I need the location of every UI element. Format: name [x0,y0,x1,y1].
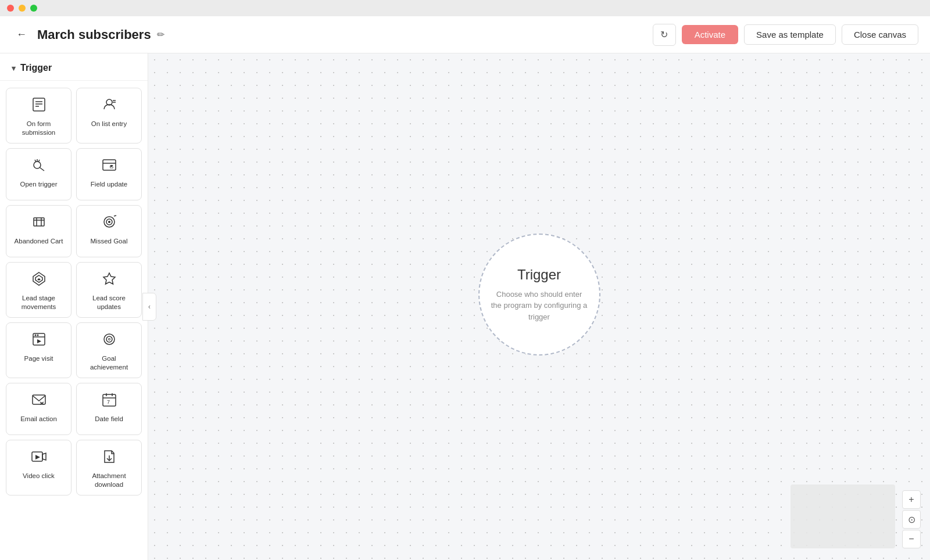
trigger-label-page-visit: Page visit [24,354,53,363]
svg-rect-32 [33,395,45,404]
trigger-label-missed-goal: Missed Goal [91,237,128,246]
missed-goal-icon [101,214,117,232]
trigger-label-on-form-submission: On form submission [12,120,65,137]
svg-marker-22 [37,278,41,281]
page-title: March subscribers [37,27,151,42]
trigger-label-goal-achievement: Goal achievement [83,354,135,372]
zoom-out-button[interactable]: − [902,530,921,548]
trigger-item-date-field[interactable]: 7 Date field [76,383,142,435]
svg-line-8 [40,167,44,171]
trigger-circle[interactable]: Trigger Choose who should enter the prog… [478,234,600,356]
trigger-item-goal-achievement[interactable]: Goal achievement [76,322,142,378]
trigger-item-field-update[interactable]: Field update [76,148,142,200]
svg-point-25 [34,334,36,336]
cart-icon [31,214,47,232]
trigger-label-date-field: Date field [95,415,123,423]
trigger-circle-container: Trigger Choose who should enter the prog… [478,234,600,356]
trigger-item-on-list-entry[interactable]: On list entry [76,88,142,143]
zoom-controls: + ⊙ − [902,490,921,548]
edit-title-icon[interactable]: ✏ [157,29,164,40]
refresh-icon: ↻ [660,29,668,40]
trigger-item-on-form-submission[interactable]: On form submission [6,88,71,143]
topbar: ← March subscribers ✏ ↻ Activate Save as… [0,16,930,53]
goal-achievement-icon [101,331,117,350]
lead-score-icon [101,271,117,289]
trigger-label-attachment-download: Attachment download [83,472,135,489]
trigger-item-email-action[interactable]: Email action [6,383,71,435]
list-entry-icon [101,96,117,115]
close-window-btn[interactable] [7,5,14,12]
lead-stage-icon [31,271,47,289]
svg-rect-9 [103,160,116,170]
trigger-label-abandoned-cart: Abandoned Cart [15,237,63,246]
trigger-item-open-trigger[interactable]: Open trigger [6,148,71,200]
svg-point-31 [109,339,110,340]
sidebar: ▾ Trigger On form submission [0,53,148,560]
svg-rect-12 [34,218,44,226]
svg-point-7 [34,161,41,168]
svg-marker-27 [37,339,41,343]
trigger-label-open-trigger: Open trigger [20,180,58,189]
trigger-item-attachment-download[interactable]: Attachment download [76,440,142,496]
sidebar-section-label: Trigger [20,63,52,73]
attachment-download-icon [101,448,117,467]
zoom-reset-button[interactable]: ⊙ [902,510,921,529]
trigger-item-lead-stage-movements[interactable]: Lead stage movements [6,262,71,318]
minimize-window-btn[interactable] [19,5,26,12]
trigger-grid: On form submission On list entry [0,81,148,502]
maximize-window-btn[interactable] [30,5,37,12]
field-update-icon [101,157,117,175]
svg-point-18 [108,221,110,223]
topbar-left: ← March subscribers ✏ [12,26,653,43]
chevron-icon: ▾ [12,64,16,73]
save-template-button[interactable]: Save as template [744,24,836,45]
trigger-label-video-click: Video click [23,472,55,480]
trigger-label-on-list-entry: On list entry [91,120,127,128]
form-icon [31,96,47,115]
svg-rect-0 [33,98,45,111]
topbar-right: ↻ Activate Save as template Close canvas [653,24,918,46]
canvas[interactable]: Trigger Choose who should enter the prog… [148,53,930,560]
svg-point-26 [37,334,38,336]
open-trigger-icon [31,157,47,175]
page-visit-icon [31,331,47,350]
trigger-item-abandoned-cart[interactable]: Abandoned Cart [6,205,71,257]
minimap [791,484,895,548]
svg-marker-41 [42,453,46,460]
trigger-label-lead-stage-movements: Lead stage movements [12,294,65,311]
trigger-circle-description: Choose who should enter the program by c… [491,289,588,323]
sidebar-header: ▾ Trigger [0,53,148,81]
back-button[interactable]: ← [12,26,31,43]
svg-marker-42 [35,455,40,460]
svg-text:7: 7 [107,399,110,405]
trigger-circle-title: Trigger [517,267,561,283]
trigger-label-email-action: Email action [20,415,57,423]
email-action-icon [31,392,47,410]
window-chrome [0,0,930,16]
trigger-item-missed-goal[interactable]: Missed Goal [76,205,142,257]
trigger-item-lead-score-updates[interactable]: Lead score updates [76,262,142,318]
back-icon: ← [16,28,27,41]
trigger-label-lead-score-updates: Lead score updates [83,294,135,311]
trigger-item-video-click[interactable]: Video click [6,440,71,496]
trigger-label-field-update: Field update [91,180,127,189]
main-layout: ▾ Trigger On form submission [0,53,930,560]
close-canvas-button[interactable]: Close canvas [842,24,918,45]
refresh-button[interactable]: ↻ [653,24,676,46]
date-field-icon: 7 [101,392,117,410]
collapse-icon: ‹ [148,303,151,311]
activate-button[interactable]: Activate [682,25,738,44]
sidebar-toggle-button[interactable]: ‹ [142,293,156,321]
trigger-item-page-visit[interactable]: Page visit [6,322,71,378]
svg-line-19 [114,216,116,216]
zoom-in-button[interactable]: + [902,490,921,509]
video-click-icon [31,448,47,467]
